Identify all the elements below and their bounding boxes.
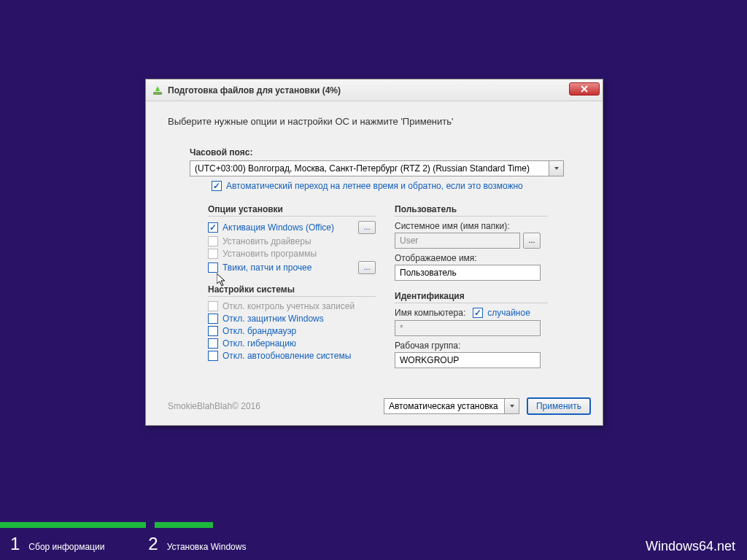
uac-label: Откл. контроль учетных записей [222,301,355,311]
autoupdate-checkbox[interactable] [208,351,218,361]
step-1-label: Сбор информации [28,542,104,552]
random-checkbox[interactable] [473,308,483,318]
instruction-text: Выберите нужные опции и настройки ОС и н… [168,116,581,127]
computer-input[interactable]: * [395,320,541,336]
user-header: Пользователь [395,204,548,217]
dst-checkbox-row: Автоматический переход на летнее время и… [212,181,581,191]
install-mode-value: Автоматическая установка [384,398,505,414]
setup-icon [152,85,163,96]
firewall-label: Откл. брандмауэр [222,326,296,336]
system-settings-header: Настройки системы [208,284,376,297]
firewall-checkbox[interactable] [208,326,218,336]
step-2-number: 2 [148,534,158,554]
sysname-input[interactable]: User [395,233,520,249]
displayname-input[interactable]: Пользователь [395,265,541,281]
apply-button[interactable]: Применить [527,397,591,415]
activate-label: Активация Windows (Office) [222,222,334,233]
sysname-label: Системное имя (имя папки): [395,221,548,231]
hibernate-label: Откл. гибернацию [222,338,296,349]
timezone-label: Часовой пояс: [190,147,581,158]
computer-label: Имя компьютера: [395,308,465,318]
random-label: случайное [487,308,530,318]
progress-bar [0,522,747,528]
install-options-header: Опции установки [208,204,376,217]
uac-checkbox [208,301,218,311]
tweaks-label: Твики, патчи и прочее [222,262,311,273]
dialog-title: Подготовка файлов для установки (4%) [168,85,341,96]
tweaks-checkbox[interactable] [208,262,218,273]
hibernate-checkbox[interactable] [208,338,218,349]
copyright-text: SmokieBlahBlah© 2016 [168,401,260,411]
progress-segment-2 [155,522,213,528]
workgroup-label: Рабочая группа: [395,341,548,351]
displayname-label: Отображаемое имя: [395,253,548,263]
step-1: 1 Сбор информации [10,534,104,554]
programs-checkbox [208,249,218,259]
titlebar: Подготовка файлов для установки (4%) [146,79,603,101]
timezone-dropdown[interactable]: (UTC+03:00) Волгоград, Москва, Санкт-Пет… [190,160,564,176]
chevron-down-icon[interactable] [549,160,564,176]
dialog-body: Выберите нужные опции и настройки ОС и н… [146,101,603,380]
install-steps: 1 Сбор информации 2 Установка Windows [10,534,246,554]
activate-browse-button[interactable]: ... [358,221,376,234]
progress-segment-1 [0,522,146,528]
activate-checkbox[interactable] [208,222,218,233]
chevron-down-icon[interactable] [505,398,519,414]
drivers-label: Установить драйверы [222,236,311,246]
install-mode-dropdown[interactable]: Автоматическая установка [384,398,519,414]
ident-header: Идентификация [395,291,548,303]
tweaks-browse-button[interactable]: ... [358,261,376,274]
timezone-value: (UTC+03:00) Волгоград, Москва, Санкт-Пет… [190,160,549,176]
setup-dialog: Подготовка файлов для установки (4%) Выб… [145,79,603,426]
sysname-browse-button[interactable]: ... [523,233,541,249]
step-2: 2 Установка Windows [148,534,246,554]
defender-checkbox[interactable] [208,314,218,324]
dst-label: Автоматический переход на летнее время и… [226,181,523,191]
step-1-number: 1 [10,534,20,554]
svg-rect-0 [153,92,162,95]
close-button[interactable] [569,82,600,96]
drivers-checkbox [208,236,218,246]
workgroup-input[interactable]: WORKGROUP [395,352,541,368]
dst-checkbox[interactable] [212,181,222,191]
watermark-text: Windows64.net [646,539,735,554]
defender-label: Откл. защитник Windows [222,314,324,324]
step-2-label: Установка Windows [167,542,247,552]
autoupdate-label: Откл. автообновление системы [222,351,351,361]
programs-label: Установить программы [222,249,317,259]
